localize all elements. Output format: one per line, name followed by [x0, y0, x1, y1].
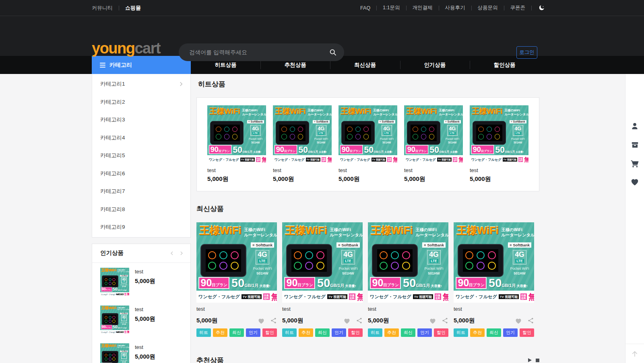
- price-row: 5,000원: [368, 317, 448, 324]
- share-button[interactable]: [270, 317, 277, 324]
- badge-discount: 할인: [520, 328, 534, 337]
- sidebar-category-2[interactable]: 카테고리2: [92, 93, 190, 111]
- wifi-router-device: [372, 244, 418, 277]
- sidebar-category-9[interactable]: 카테고리9: [92, 218, 190, 236]
- product-image: 王様WiFi 王様のWiFi ルーターレンタル ≡ SoftBank 4G LT…: [282, 222, 363, 303]
- member-button[interactable]: [630, 121, 640, 131]
- main-nav: 카테고리 히트상품 추천상품 최신상품 인기상품 할인상품: [0, 56, 644, 74]
- banner-subtitle: 王様のWiFi ルーターレンタル: [439, 109, 463, 116]
- banner-header: 王様WiFi 王様のWiFi ルーターレンタル: [196, 222, 277, 238]
- sidebar-category-1[interactable]: 카테고리1: [92, 75, 190, 93]
- product-price: 5,000원: [135, 277, 155, 285]
- archive-box-icon: [630, 140, 640, 150]
- banner-header: 王様WiFi 王様のWiFi ルーターレンタル: [100, 268, 129, 273]
- banner-subtitle: 王様のWiFi ルーターレンタル: [416, 227, 448, 238]
- product-card[interactable]: 王様WiFi 王様のWiFi ルーターレンタル ≡ SoftBank 4G LT…: [207, 105, 266, 183]
- banner-right-column: ≡ SoftBank 4G LTE Pocket WiFi 501HW: [246, 120, 264, 145]
- product-card[interactable]: 王様WiFi 王様のWiFi ルーターレンタル ≡ SoftBank 4G LT…: [339, 105, 397, 183]
- category-menu-button[interactable]: 카테고리: [92, 56, 191, 74]
- plan-90days: 90日プラン: [472, 146, 493, 153]
- popular-item[interactable]: 王様WiFi 王様のWiFi ルーターレンタル ≡ SoftBank 4G LT…: [100, 343, 182, 363]
- product-price: 5,000원: [135, 353, 155, 361]
- badge-popular: 인기: [246, 328, 260, 337]
- wishlist-button[interactable]: [429, 318, 436, 324]
- cart-icon: [630, 159, 640, 168]
- coupon-zone-link[interactable]: 쿠폰존: [510, 4, 526, 11]
- sidebar-category-6[interactable]: 카테고리6: [92, 165, 190, 183]
- device-screen: [104, 315, 117, 323]
- search-button[interactable]: [329, 48, 337, 56]
- reviews-link[interactable]: 사용후기: [445, 4, 465, 11]
- product-card[interactable]: 王様WiFi 王様のWiFi ルーターレンタル ≡ SoftBank 4G LT…: [282, 222, 363, 337]
- carousel-controls: [528, 358, 539, 362]
- popular-next-button[interactable]: [178, 250, 185, 256]
- popular-item[interactable]: 王様WiFi 王様のWiFi ルーターレンタル ≡ SoftBank 4G LT…: [100, 306, 182, 334]
- device-screen: [345, 125, 371, 141]
- sidebar-category-4[interactable]: 카테고리4: [92, 129, 190, 147]
- banner-subtitle: 王様のWiFi ルーターレンタル: [244, 227, 277, 238]
- nav-item-discount[interactable]: 할인상품: [470, 56, 539, 74]
- scroll-to-top-button[interactable]: [625, 344, 644, 363]
- product-inquiry-link[interactable]: 상품문의: [478, 4, 498, 11]
- sidebar-category-7[interactable]: 카테고리7: [92, 183, 190, 201]
- share-button[interactable]: [356, 317, 363, 324]
- banner-subtitle: 王様のWiFi ルーターレンタル: [118, 345, 129, 349]
- wishlist-button[interactable]: [630, 178, 639, 186]
- nav-item-popular[interactable]: 인기상품: [400, 56, 470, 74]
- badge-popular: 인기: [332, 328, 346, 337]
- wishlist-button[interactable]: [515, 318, 522, 324]
- play-icon[interactable]: [528, 358, 532, 362]
- banner-brand-logo: 王様WiFi: [101, 306, 117, 310]
- cart-button[interactable]: [630, 159, 640, 168]
- search-input[interactable]: [188, 49, 329, 56]
- plan-50gb: 50 GB/1月 大容量!: [233, 146, 261, 154]
- sidebar-category-5[interactable]: 카테고리5: [92, 147, 190, 165]
- product-card[interactable]: 王様WiFi 王様のWiFi ルーターレンタル ≡ SoftBank 4G LT…: [454, 222, 534, 337]
- stop-icon[interactable]: [536, 359, 539, 362]
- product-title: test: [135, 344, 155, 350]
- shop-link[interactable]: 쇼핑몰: [125, 4, 141, 12]
- divider: [406, 6, 407, 10]
- banner-brand-logo: 王様WiFi: [275, 108, 305, 115]
- badge-hit: 히트: [282, 328, 297, 337]
- badge-recommend: 추천: [299, 328, 313, 337]
- popular-widget-arrows: [169, 250, 185, 256]
- badge-hit: 히트: [196, 328, 211, 337]
- round-trip-shipping: 往復送料: [263, 293, 269, 299]
- site-logo[interactable]: youngcart: [92, 41, 160, 56]
- nav-item-hit[interactable]: 히트상품: [191, 56, 260, 74]
- product-badges: 히트 추천 최신 인기 할인: [196, 328, 277, 337]
- banner-header: 王様WiFi 王様のWiFi ルーターレンタル: [100, 306, 129, 311]
- carrier-logo: ≡ SoftBank: [120, 275, 128, 277]
- wishlist-button[interactable]: [258, 318, 265, 324]
- sidebar-category-8[interactable]: 카테고리8: [92, 201, 190, 219]
- product-card[interactable]: 王様WiFi 王様のWiFi ルーターレンタル ≡ SoftBank 4G LT…: [368, 222, 448, 337]
- dark-mode-toggle[interactable]: [538, 4, 545, 12]
- share-button[interactable]: [442, 317, 448, 324]
- faq-link[interactable]: FAQ: [360, 5, 370, 11]
- nav-item-new[interactable]: 최신상품: [330, 56, 400, 74]
- product-card[interactable]: 王様WiFi 王様のWiFi ルーターレンタル ≡ SoftBank 4G LT…: [273, 105, 332, 183]
- device-screen: [214, 125, 239, 141]
- product-price: 5,000원: [454, 317, 475, 324]
- carrier-logo: ≡ SoftBank: [510, 120, 526, 124]
- share-button[interactable]: [527, 317, 534, 324]
- product-card[interactable]: 王様WiFi 王様のWiFi ルーターレンタル ≡ SoftBank 4G LT…: [404, 105, 463, 183]
- popular-item[interactable]: 王様WiFi 王様のWiFi ルーターレンタル ≡ SoftBank 4G LT…: [100, 268, 182, 297]
- orders-button[interactable]: [630, 140, 640, 150]
- product-card[interactable]: 王様WiFi 王様のWiFi ルーターレンタル ≡ SoftBank 4G LT…: [196, 222, 277, 337]
- banner-footer: ワンセグ・フルセグ TV 視聴可能 往復送料 無料: [470, 155, 528, 164]
- plan-row: 90日プラン 50 GB/1月 大容量!: [209, 145, 264, 154]
- personal-payment-link[interactable]: 개인결제: [413, 4, 433, 11]
- sidebar-category-3[interactable]: 카테고리3: [92, 111, 190, 129]
- product-title: test: [470, 167, 528, 173]
- popular-prev-button[interactable]: [169, 250, 175, 256]
- community-link[interactable]: 커뮤니티: [92, 4, 113, 12]
- chevron-right-icon: [178, 80, 185, 88]
- product-card[interactable]: 王様WiFi 王様のWiFi ルーターレンタル ≡ SoftBank 4G LT…: [470, 105, 528, 183]
- inquiry-link[interactable]: 1:1문의: [383, 4, 400, 11]
- nav-item-recommend[interactable]: 추천상품: [260, 56, 330, 74]
- wishlist-button[interactable]: [343, 318, 351, 324]
- product-title: test: [368, 306, 448, 312]
- banner-header: 王様WiFi 王様のWiFi ルーターレンタル: [404, 105, 463, 117]
